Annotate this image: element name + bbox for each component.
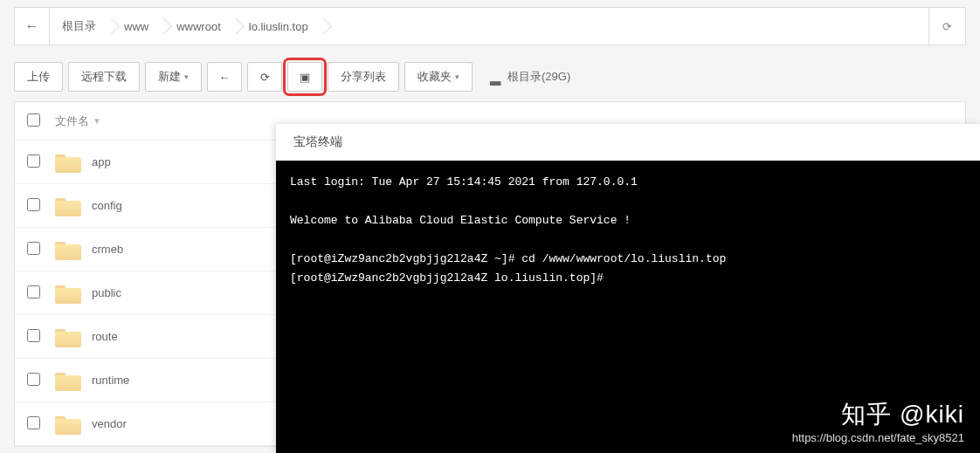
disk-icon: ▂ [490, 69, 500, 86]
watermark: 知乎 @kiki https://blog.csdn.net/fate_sky8… [792, 398, 964, 444]
new-button[interactable]: 新建▾ [145, 62, 202, 92]
folder-icon [55, 413, 83, 436]
toolbar: 上传 远程下载 新建▾ ← ⟳ ▣ 分享列表 收藏夹▾ ▂ 根目录(29G) [0, 52, 980, 101]
refresh-icon: ⟳ [942, 20, 952, 33]
breadcrumb-item-site[interactable]: lo.liuslin.top [237, 8, 324, 45]
caret-down-icon: ▾ [184, 72, 189, 81]
file-name: route [92, 330, 118, 343]
refresh-icon: ⟳ [260, 71, 270, 84]
watermark-url: https://blog.csdn.net/fate_sky8521 [792, 431, 964, 444]
favorites-button[interactable]: 收藏夹▾ [404, 62, 473, 92]
refresh-button[interactable]: ⟳ [247, 62, 282, 92]
file-name: runtime [92, 374, 129, 387]
breadcrumb-refresh-button[interactable]: ⟳ [928, 8, 965, 45]
share-list-button[interactable]: 分享列表 [328, 62, 399, 92]
breadcrumb-bar: ← 根目录 www wwwroot lo.liuslin.top ⟳ [14, 7, 966, 45]
breadcrumb-item-root[interactable]: 根目录 [50, 8, 112, 45]
row-checkbox[interactable] [27, 416, 40, 429]
folder-icon [55, 326, 83, 348]
folder-icon [55, 238, 83, 261]
remote-download-button[interactable]: 远程下载 [68, 62, 140, 92]
sort-icon: ▼ [93, 116, 101, 126]
row-checkbox[interactable] [27, 198, 40, 211]
row-checkbox[interactable] [27, 373, 40, 386]
row-checkbox[interactable] [27, 329, 40, 342]
file-name: config [92, 199, 122, 212]
file-name: vendor [92, 417, 127, 430]
row-checkbox[interactable] [27, 285, 40, 299]
col-filename[interactable]: 文件名 ▼ [55, 113, 101, 129]
breadcrumb-item-wwwroot[interactable]: wwwroot [164, 8, 237, 45]
arrow-left-icon: ← [219, 71, 231, 84]
row-checkbox[interactable] [27, 154, 40, 168]
file-name: app [92, 155, 111, 168]
upload-button[interactable]: 上传 [14, 62, 63, 92]
terminal-title: 宝塔终端 [276, 124, 980, 161]
watermark-title: 知乎 @kiki [792, 398, 964, 431]
disk-info: ▂ 根目录(29G) [490, 69, 570, 86]
select-all-checkbox[interactable] [27, 113, 40, 127]
nav-back-button[interactable]: ← [207, 62, 242, 92]
folder-icon [55, 282, 83, 305]
caret-down-icon: ▾ [455, 72, 459, 81]
terminal-icon: ▣ [300, 71, 310, 84]
folder-icon [55, 369, 83, 392]
breadcrumb-item-www[interactable]: www [112, 8, 164, 45]
breadcrumb-back-button[interactable]: ← [15, 8, 50, 45]
terminal-button[interactable]: ▣ [287, 62, 322, 92]
file-name: crmeb [92, 243, 123, 256]
disk-label: 根目录(29G) [507, 69, 570, 85]
row-checkbox[interactable] [27, 242, 40, 255]
folder-icon [55, 195, 83, 217]
file-name: public [92, 286, 121, 299]
folder-icon [55, 151, 83, 174]
